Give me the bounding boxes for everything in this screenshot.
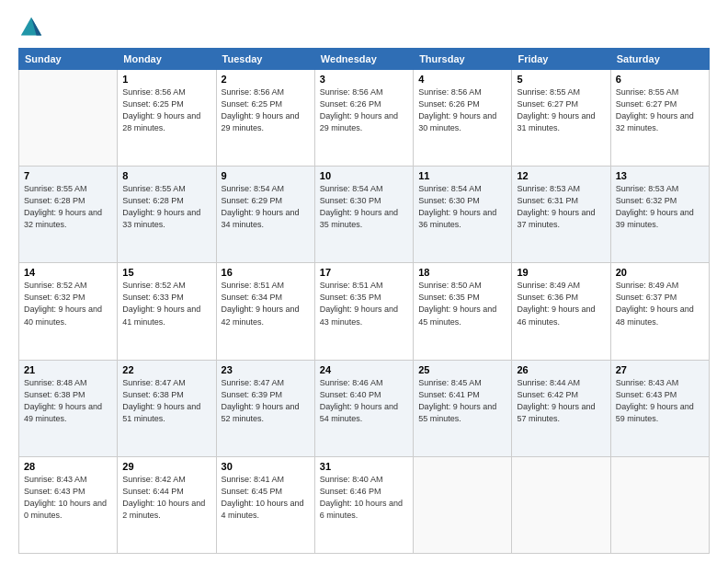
day-number: 20 xyxy=(616,267,704,278)
day-info: Sunrise: 8:56 AMSunset: 6:26 PMDaylight:… xyxy=(418,86,506,134)
day-info: Sunrise: 8:41 AMSunset: 6:45 PMDaylight:… xyxy=(222,474,310,522)
calendar-cell: 3Sunrise: 8:56 AMSunset: 6:26 PMDaylight… xyxy=(314,70,413,167)
day-info: Sunrise: 8:55 AMSunset: 6:28 PMDaylight:… xyxy=(122,183,210,231)
day-info: Sunrise: 8:55 AMSunset: 6:28 PMDaylight:… xyxy=(24,183,112,231)
day-number: 19 xyxy=(517,267,605,278)
day-number: 9 xyxy=(222,170,310,181)
day-info: Sunrise: 8:56 AMSunset: 6:26 PMDaylight:… xyxy=(320,86,408,134)
day-info: Sunrise: 8:45 AMSunset: 6:41 PMDaylight:… xyxy=(418,377,506,425)
day-info: Sunrise: 8:51 AMSunset: 6:34 PMDaylight:… xyxy=(222,280,310,327)
day-info: Sunrise: 8:52 AMSunset: 6:33 PMDaylight:… xyxy=(122,280,210,327)
day-number: 31 xyxy=(320,461,408,472)
day-number: 16 xyxy=(222,267,310,278)
day-number: 21 xyxy=(24,364,112,375)
day-info: Sunrise: 8:56 AMSunset: 6:25 PMDaylight:… xyxy=(122,86,210,134)
day-number: 30 xyxy=(222,461,310,472)
calendar-cell: 16Sunrise: 8:51 AMSunset: 6:34 PMDayligh… xyxy=(216,263,314,360)
day-info: Sunrise: 8:53 AMSunset: 6:31 PMDaylight:… xyxy=(517,183,605,231)
day-number: 3 xyxy=(320,74,408,85)
day-number: 17 xyxy=(320,267,408,278)
day-info: Sunrise: 8:40 AMSunset: 6:46 PMDaylight:… xyxy=(320,474,408,522)
day-number: 6 xyxy=(616,74,704,85)
day-number: 7 xyxy=(24,170,112,181)
day-number: 12 xyxy=(517,170,605,181)
calendar-cell: 5Sunrise: 8:55 AMSunset: 6:27 PMDaylight… xyxy=(512,70,610,167)
day-info: Sunrise: 8:51 AMSunset: 6:35 PMDaylight:… xyxy=(320,280,408,327)
calendar-cell: 17Sunrise: 8:51 AMSunset: 6:35 PMDayligh… xyxy=(314,263,413,360)
logo xyxy=(18,15,48,40)
calendar-week-row: 14Sunrise: 8:52 AMSunset: 6:32 PMDayligh… xyxy=(19,263,710,360)
calendar-cell: 15Sunrise: 8:52 AMSunset: 6:33 PMDayligh… xyxy=(118,263,216,360)
day-number: 27 xyxy=(616,364,704,375)
day-number: 24 xyxy=(320,364,408,375)
day-info: Sunrise: 8:54 AMSunset: 6:29 PMDaylight:… xyxy=(222,183,310,231)
day-info: Sunrise: 8:55 AMSunset: 6:27 PMDaylight:… xyxy=(517,86,605,134)
day-info: Sunrise: 8:53 AMSunset: 6:32 PMDaylight:… xyxy=(616,183,704,231)
day-number: 29 xyxy=(122,461,210,472)
day-number: 2 xyxy=(222,74,310,85)
calendar-cell: 22Sunrise: 8:47 AMSunset: 6:38 PMDayligh… xyxy=(118,360,216,456)
calendar-cell xyxy=(610,456,709,553)
calendar-cell: 19Sunrise: 8:49 AMSunset: 6:36 PMDayligh… xyxy=(512,263,610,360)
calendar-cell: 11Sunrise: 8:54 AMSunset: 6:30 PMDayligh… xyxy=(414,167,512,263)
calendar-cell: 10Sunrise: 8:54 AMSunset: 6:30 PMDayligh… xyxy=(314,167,413,263)
calendar-cell: 30Sunrise: 8:41 AMSunset: 6:45 PMDayligh… xyxy=(216,456,314,553)
calendar-cell: 9Sunrise: 8:54 AMSunset: 6:29 PMDaylight… xyxy=(216,167,314,263)
day-header-sunday: Sunday xyxy=(19,49,118,70)
calendar-cell: 12Sunrise: 8:53 AMSunset: 6:31 PMDayligh… xyxy=(512,167,610,263)
calendar-cell: 2Sunrise: 8:56 AMSunset: 6:25 PMDaylight… xyxy=(216,70,314,167)
day-number: 11 xyxy=(418,170,506,181)
logo-icon xyxy=(18,15,44,40)
calendar-cell: 31Sunrise: 8:40 AMSunset: 6:46 PMDayligh… xyxy=(314,456,413,553)
day-number: 13 xyxy=(616,170,704,181)
day-number: 26 xyxy=(517,364,605,375)
calendar-cell: 23Sunrise: 8:47 AMSunset: 6:39 PMDayligh… xyxy=(216,360,314,456)
day-header-saturday: Saturday xyxy=(610,49,709,70)
day-info: Sunrise: 8:49 AMSunset: 6:37 PMDaylight:… xyxy=(616,280,704,327)
day-number: 18 xyxy=(418,267,506,278)
day-info: Sunrise: 8:54 AMSunset: 6:30 PMDaylight:… xyxy=(320,183,408,231)
day-info: Sunrise: 8:46 AMSunset: 6:40 PMDaylight:… xyxy=(320,377,408,425)
day-header-tuesday: Tuesday xyxy=(216,49,314,70)
day-header-thursday: Thursday xyxy=(414,49,512,70)
day-number: 15 xyxy=(122,267,210,278)
calendar-week-row: 7Sunrise: 8:55 AMSunset: 6:28 PMDaylight… xyxy=(19,167,710,263)
day-info: Sunrise: 8:44 AMSunset: 6:42 PMDaylight:… xyxy=(517,377,605,425)
day-info: Sunrise: 8:47 AMSunset: 6:39 PMDaylight:… xyxy=(222,377,310,425)
day-header-wednesday: Wednesday xyxy=(314,49,413,70)
day-info: Sunrise: 8:49 AMSunset: 6:36 PMDaylight:… xyxy=(517,280,605,327)
day-number: 10 xyxy=(320,170,408,181)
calendar-cell xyxy=(512,456,610,553)
calendar-cell: 7Sunrise: 8:55 AMSunset: 6:28 PMDaylight… xyxy=(19,167,118,263)
calendar-cell: 4Sunrise: 8:56 AMSunset: 6:26 PMDaylight… xyxy=(414,70,512,167)
day-number: 4 xyxy=(418,74,506,85)
calendar-week-row: 1Sunrise: 8:56 AMSunset: 6:25 PMDaylight… xyxy=(19,70,710,167)
day-number: 23 xyxy=(222,364,310,375)
day-number: 14 xyxy=(24,267,112,278)
day-info: Sunrise: 8:56 AMSunset: 6:25 PMDaylight:… xyxy=(222,86,310,134)
calendar-cell: 28Sunrise: 8:43 AMSunset: 6:43 PMDayligh… xyxy=(19,456,118,553)
calendar-header-row: SundayMondayTuesdayWednesdayThursdayFrid… xyxy=(19,49,710,70)
day-info: Sunrise: 8:55 AMSunset: 6:27 PMDaylight:… xyxy=(616,86,704,134)
day-number: 1 xyxy=(122,74,210,85)
calendar-cell: 14Sunrise: 8:52 AMSunset: 6:32 PMDayligh… xyxy=(19,263,118,360)
calendar-cell: 27Sunrise: 8:43 AMSunset: 6:43 PMDayligh… xyxy=(610,360,709,456)
day-info: Sunrise: 8:42 AMSunset: 6:44 PMDaylight:… xyxy=(122,474,210,522)
day-header-monday: Monday xyxy=(118,49,216,70)
day-info: Sunrise: 8:48 AMSunset: 6:38 PMDaylight:… xyxy=(24,377,112,425)
calendar-table: SundayMondayTuesdayWednesdayThursdayFrid… xyxy=(18,48,710,554)
page: SundayMondayTuesdayWednesdayThursdayFrid… xyxy=(0,0,728,563)
day-number: 5 xyxy=(517,74,605,85)
calendar-cell: 29Sunrise: 8:42 AMSunset: 6:44 PMDayligh… xyxy=(118,456,216,553)
day-info: Sunrise: 8:43 AMSunset: 6:43 PMDaylight:… xyxy=(24,474,112,522)
calendar-cell: 18Sunrise: 8:50 AMSunset: 6:35 PMDayligh… xyxy=(414,263,512,360)
calendar-cell: 1Sunrise: 8:56 AMSunset: 6:25 PMDaylight… xyxy=(118,70,216,167)
calendar-cell: 26Sunrise: 8:44 AMSunset: 6:42 PMDayligh… xyxy=(512,360,610,456)
day-info: Sunrise: 8:47 AMSunset: 6:38 PMDaylight:… xyxy=(122,377,210,425)
calendar-cell: 13Sunrise: 8:53 AMSunset: 6:32 PMDayligh… xyxy=(610,167,709,263)
calendar-cell xyxy=(19,70,118,167)
calendar-cell: 8Sunrise: 8:55 AMSunset: 6:28 PMDaylight… xyxy=(118,167,216,263)
calendar-week-row: 28Sunrise: 8:43 AMSunset: 6:43 PMDayligh… xyxy=(19,456,710,553)
calendar-week-row: 21Sunrise: 8:48 AMSunset: 6:38 PMDayligh… xyxy=(19,360,710,456)
calendar-cell: 6Sunrise: 8:55 AMSunset: 6:27 PMDaylight… xyxy=(610,70,709,167)
